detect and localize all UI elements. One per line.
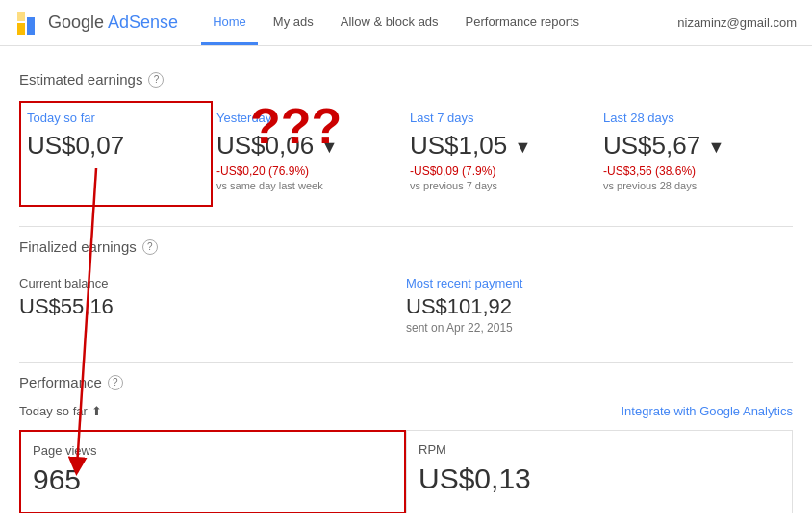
estimated-earnings-title: Estimated earnings (19, 71, 142, 88)
earnings-annotation-wrapper: ??? Today so far US$0,07 Yesterday US$0,… (19, 101, 793, 207)
most-recent-amount: US$101,92 (406, 294, 793, 319)
main-nav: Home My ads Allow & block ads Performanc… (201, 1, 677, 44)
finalized-current-balance-card: Current balance US$55,16 (19, 268, 406, 342)
earnings-card-today: Today so far US$0,07 (19, 101, 213, 207)
period-select-label: Today so far (19, 404, 88, 418)
logo-icon (15, 10, 42, 37)
estimated-earnings-help-icon[interactable]: ? (148, 72, 164, 88)
earnings-7days-vs: vs previous 7 days (410, 180, 584, 191)
stats-card-rpm: RPM US$0,13 (406, 430, 793, 513)
integrate-google-analytics-link[interactable]: Integrate with Google Analytics (622, 404, 794, 418)
header: Google AdSense Home My ads Allow & block… (0, 0, 812, 46)
earnings-grid: Today so far US$0,07 Yesterday US$0,06 ▼… (19, 101, 793, 207)
stats-card-page-views: Page views 965 (19, 430, 406, 513)
finalized-earnings-title: Finalized earnings (19, 238, 137, 255)
nav-item-my-ads[interactable]: My ads (262, 1, 325, 45)
earnings-card-7days: Last 7 days US$1,05 ▼ -US$0,09 (7.9%) vs… (406, 101, 599, 207)
stats-grid: Page views 965 RPM US$0,13 (19, 430, 793, 513)
performance-header: Performance ? (19, 374, 793, 390)
earnings-yesterday-period: Yesterday (216, 111, 391, 125)
finalized-grid: Current balance US$55,16 Most recent pay… (19, 268, 793, 342)
finalized-most-recent-card: Most recent payment US$101,92 sent on Ap… (406, 268, 793, 342)
performance-help-icon[interactable]: ? (108, 375, 123, 390)
earnings-7days-change: -US$0,09 (7.9%) (410, 164, 584, 178)
finalized-earnings-section: Finalized earnings ? Current balance US$… (19, 238, 793, 342)
earnings-28days-change: -US$3,56 (38.6%) (603, 164, 777, 178)
performance-section: Performance ? Today so far ⬆ Integrate w… (19, 374, 793, 513)
logo-adsense-text: AdSense (108, 13, 178, 32)
nav-item-performance-reports[interactable]: Performance reports (454, 1, 592, 45)
estimated-earnings-header: Estimated earnings ? (19, 71, 793, 88)
performance-title: Performance (19, 374, 102, 390)
stats-rpm-label: RPM (419, 442, 776, 457)
nav-item-home[interactable]: Home (201, 1, 258, 45)
stats-rpm-value: US$0,13 (419, 463, 776, 495)
svg-rect-1 (27, 17, 35, 35)
stats-page-views-label: Page views (33, 443, 389, 458)
svg-rect-0 (17, 23, 25, 35)
stats-page-views-value: 965 (33, 463, 389, 496)
divider-2 (19, 362, 793, 363)
most-recent-date: sent on Apr 22, 2015 (406, 321, 793, 335)
finalized-earnings-help-icon[interactable]: ? (142, 239, 158, 255)
svg-rect-2 (17, 12, 25, 21)
period-select[interactable]: Today so far ⬆ (19, 404, 102, 418)
main-content: Estimated earnings ? ??? Today so far US… (0, 46, 812, 526)
earnings-card-28days: Last 28 days US$5,67 ▼ -US$3,56 (38.6%) … (599, 101, 793, 207)
earnings-card-yesterday: Yesterday US$0,06 ▼ -US$0,20 (76.9%) vs … (213, 101, 406, 207)
user-email: nizaminz@gmail.com (677, 15, 797, 30)
logo[interactable]: Google AdSense (15, 10, 178, 37)
current-balance-label: Current balance (19, 276, 406, 290)
earnings-28days-amount: US$5,67 ▼ (603, 131, 777, 161)
earnings-today-amount: US$0,07 (27, 131, 197, 161)
stats-wrapper: Page views 965 RPM US$0,13 (19, 430, 793, 513)
logo-google-text: Google AdSense (48, 13, 178, 33)
earnings-yesterday-vs: vs same day last week (216, 180, 391, 191)
period-select-chevron: ⬆ (91, 404, 102, 418)
earnings-yesterday-change: -US$0,20 (76.9%) (216, 164, 391, 178)
most-recent-label: Most recent payment (406, 276, 793, 290)
current-balance-amount: US$55,16 (19, 294, 406, 319)
earnings-yesterday-amount: US$0,06 ▼ (216, 131, 391, 161)
earnings-28days-vs: vs previous 28 days (603, 180, 777, 191)
earnings-7days-amount: US$1,05 ▼ (410, 131, 584, 161)
earnings-7days-period: Last 7 days (410, 111, 584, 125)
earnings-28days-period: Last 28 days (603, 111, 777, 125)
finalized-earnings-header: Finalized earnings ? (19, 238, 793, 255)
divider-1 (19, 226, 793, 227)
nav-item-allow-block-ads[interactable]: Allow & block ads (329, 1, 450, 45)
performance-controls: Today so far ⬆ Integrate with Google Ana… (19, 404, 793, 418)
earnings-today-period: Today so far (27, 111, 197, 125)
